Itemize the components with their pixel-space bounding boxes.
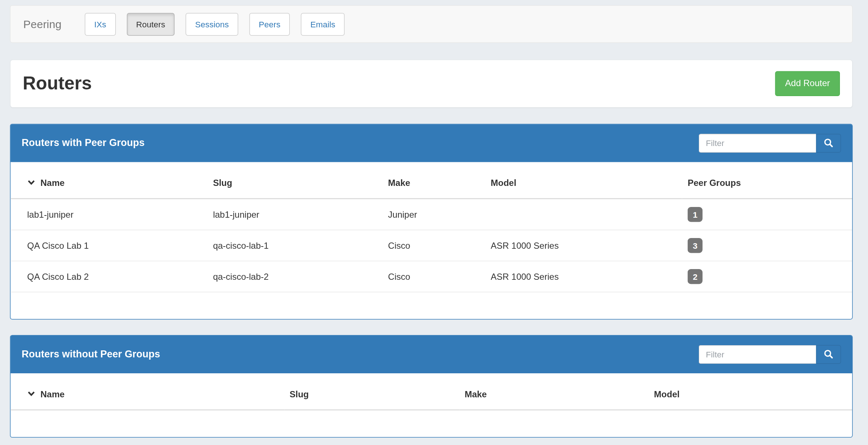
sort-chevron-down-icon	[27, 179, 36, 187]
peer-group-count-badge: 1	[688, 207, 703, 222]
cell-model	[485, 198, 682, 230]
nav-item-ixs[interactable]: IXs	[85, 13, 116, 35]
filter-group	[699, 134, 841, 153]
table-header-row: NameSlugMakeModelPeer Groups	[11, 162, 852, 198]
table-row: lab1-juniperlab1-juniperJuniper1	[11, 198, 852, 230]
panel-title: Routers with Peer Groups	[22, 137, 145, 149]
column-header-name[interactable]: Name	[11, 373, 284, 410]
filter-input[interactable]	[699, 134, 816, 153]
page-title: Routers	[23, 73, 92, 94]
cell-name: lab1-juniper	[11, 198, 208, 230]
filter-group	[699, 345, 841, 364]
cell-make: Cisco	[383, 230, 485, 261]
nav-item-sessions[interactable]: Sessions	[186, 13, 238, 35]
table-header-row: NameSlugMakeModel	[11, 373, 852, 410]
cell-peer-groups: 2	[682, 261, 852, 292]
column-header-slug: Slug	[284, 373, 459, 410]
search-icon	[824, 138, 834, 148]
panel-heading-with-peer-groups: Routers with Peer Groups	[11, 124, 852, 162]
search-icon	[824, 350, 834, 359]
main-content: Routers Add Router Routers with Peer Gro…	[0, 60, 868, 438]
add-router-button[interactable]: Add Router	[775, 71, 840, 96]
panel-title: Routers without Peer Groups	[22, 349, 160, 360]
cell-model: ASR 1000 Series	[485, 230, 682, 261]
nav-item-emails[interactable]: Emails	[301, 13, 345, 35]
column-header-make: Make	[459, 373, 649, 410]
cell-name: QA Cisco Lab 1	[11, 230, 208, 261]
filter-search-button[interactable]	[816, 345, 841, 364]
routers-without-peer-groups-table: NameSlugMakeModel	[11, 373, 852, 411]
table-row: QA Cisco Lab 1qa-cisco-lab-1CiscoASR 100…	[11, 230, 852, 261]
cell-peer-groups: 3	[682, 230, 852, 261]
column-header-name[interactable]: Name	[11, 162, 208, 198]
sort-chevron-down-icon	[27, 390, 36, 398]
cell-make: Cisco	[383, 261, 485, 292]
nav-item-routers[interactable]: Routers	[127, 13, 175, 35]
cell-peer-groups: 1	[682, 198, 852, 230]
column-header-model: Model	[649, 373, 852, 410]
cell-model: ASR 1000 Series	[485, 261, 682, 292]
peer-group-count-badge: 2	[688, 269, 703, 284]
column-header-make: Make	[383, 162, 485, 198]
app-viewport: Peering IXsRoutersSessionsPeersEmails Ro…	[0, 5, 868, 445]
nav-buttons: IXsRoutersSessionsPeersEmails	[85, 13, 356, 35]
cell-slug: qa-cisco-lab-2	[208, 261, 383, 292]
column-header-model: Model	[485, 162, 682, 198]
cell-make: Juniper	[383, 198, 485, 230]
filter-search-button[interactable]	[816, 134, 841, 153]
page-header-card: Routers Add Router	[10, 60, 853, 108]
column-header-peer-groups: Peer Groups	[682, 162, 852, 198]
cell-name: QA Cisco Lab 2	[11, 261, 208, 292]
panel-routers-without-peer-groups: Routers without Peer Groups NameSlugMake…	[10, 335, 853, 438]
table-row: QA Cisco Lab 2qa-cisco-lab-2CiscoASR 100…	[11, 261, 852, 292]
routers-with-peer-groups-table: NameSlugMakeModelPeer Groups lab1-junipe…	[11, 162, 852, 292]
column-header-slug: Slug	[208, 162, 383, 198]
app-brand: Peering	[23, 18, 61, 31]
peer-group-count-badge: 3	[688, 238, 703, 253]
filter-input[interactable]	[699, 345, 816, 364]
cell-slug: qa-cisco-lab-1	[208, 230, 383, 261]
panel-routers-with-peer-groups: Routers with Peer Groups NameSl	[10, 124, 853, 320]
cell-slug: lab1-juniper	[208, 198, 383, 230]
nav-item-peers[interactable]: Peers	[249, 13, 290, 35]
panel-heading-without-peer-groups: Routers without Peer Groups	[11, 336, 852, 373]
top-navbar: Peering IXsRoutersSessionsPeersEmails	[10, 5, 853, 43]
